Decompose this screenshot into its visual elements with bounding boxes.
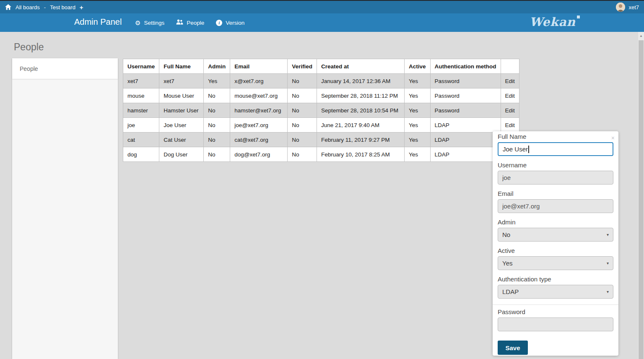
cell-text: No xyxy=(208,107,215,114)
table-cell: January 14, 2017 12:36 AM xyxy=(317,74,405,88)
form-divider xyxy=(493,304,618,305)
wekan-logo: Wekan xyxy=(530,15,580,29)
window-top-edge xyxy=(0,0,644,1)
table-cell: mouse xyxy=(123,88,159,103)
auth-type-field-label: Authentication type xyxy=(498,276,613,283)
cell-text: x@xet7.org xyxy=(234,78,263,84)
edit-link[interactable]: Edit xyxy=(505,107,515,114)
cell-text: cat xyxy=(127,137,135,143)
home-icon[interactable] xyxy=(5,4,11,10)
cell-text: February 10, 2017 8:25 AM xyxy=(321,151,390,158)
page-scrollbar[interactable]: ▲ xyxy=(638,32,644,359)
cell-text: Hamster User xyxy=(164,107,198,114)
table-cell: xet7 xyxy=(123,74,159,88)
scroll-up-icon[interactable]: ▲ xyxy=(638,32,644,38)
cell-text: No xyxy=(292,78,299,84)
nav-settings[interactable]: ⚙ Settings xyxy=(135,20,164,26)
table-row: catCat UserNocat@xet7.orgNoFebruary 11, … xyxy=(123,133,519,147)
table-row: joeJoe UserNojoe@xet7.orgNoJune 21, 2017… xyxy=(123,118,519,133)
save-button[interactable]: Save xyxy=(498,341,528,355)
cell-text: No xyxy=(292,137,299,143)
email-field[interactable] xyxy=(498,199,613,213)
table-cell: Yes xyxy=(204,74,230,88)
table-cell: cat@xet7.org xyxy=(230,133,288,147)
table-header-row: UsernameFull NameAdminEmailVerifiedCreat… xyxy=(123,59,519,74)
table-cell: Password xyxy=(430,88,501,103)
nav-version[interactable]: i Version xyxy=(216,20,244,26)
cell-text: hamster xyxy=(127,107,148,114)
table-cell: Password xyxy=(430,103,501,118)
table-cell: LDAP xyxy=(430,118,501,133)
table-cell: cat xyxy=(123,133,159,147)
edit-link[interactable]: Edit xyxy=(505,122,515,128)
page-title: People xyxy=(14,42,44,53)
table-cell: joe xyxy=(123,118,159,133)
scrollbar-thumb[interactable] xyxy=(639,40,644,359)
edit-link[interactable]: Edit xyxy=(505,93,515,99)
username-field-label: Username xyxy=(498,161,613,169)
user-menu[interactable]: xet7 xyxy=(616,3,639,12)
cell-text: Yes xyxy=(208,78,217,84)
edit-cell: Edit xyxy=(501,118,519,133)
cell-text: xet7 xyxy=(164,78,174,84)
add-board-icon[interactable]: + xyxy=(80,4,83,10)
cell-text: mouse xyxy=(127,93,145,99)
breadcrumb-current-board[interactable]: Test board xyxy=(50,4,75,10)
active-select[interactable]: Yes ▾ xyxy=(498,256,613,270)
cell-text: joe xyxy=(127,122,135,128)
table-row: dogDog UserNodog@xet7.orgNoFebruary 10, … xyxy=(123,147,519,162)
table-cell: Yes xyxy=(405,103,431,118)
table-cell: Password xyxy=(430,74,501,88)
adminbar: Admin Panel ⚙ Settings People i Version … xyxy=(0,13,644,32)
people-icon xyxy=(176,19,183,26)
breadcrumb-separator: - xyxy=(44,4,46,10)
table-cell: Mouse User xyxy=(159,88,204,103)
cell-text: No xyxy=(292,93,299,99)
table-cell: No xyxy=(288,133,317,147)
column-header: Admin xyxy=(204,59,230,74)
cell-text: Yes xyxy=(409,78,418,84)
cell-text: February 11, 2017 9:27 PM xyxy=(321,137,390,143)
avatar[interactable] xyxy=(616,3,625,12)
nav-settings-label: Settings xyxy=(144,20,164,26)
cell-text: June 21, 2017 9:40 AM xyxy=(321,122,379,128)
chevron-down-icon: ▾ xyxy=(607,261,609,265)
table-cell: dog@xet7.org xyxy=(230,147,288,162)
column-header: Full Name xyxy=(159,59,204,74)
username-field[interactable] xyxy=(498,171,613,185)
full-name-field[interactable]: Joe User xyxy=(498,142,613,156)
sidebar-item-people[interactable]: People xyxy=(12,58,118,79)
full-name-value: Joe User xyxy=(503,146,528,153)
text-cursor xyxy=(528,146,529,153)
cell-text: LDAP xyxy=(435,151,449,158)
table-cell: mouse@xet7.org xyxy=(230,88,288,103)
column-header: Created at xyxy=(317,59,405,74)
cell-text: No xyxy=(292,151,299,158)
admin-field-label: Admin xyxy=(498,219,613,226)
column-header xyxy=(501,59,519,74)
table-cell: Yes xyxy=(405,147,431,162)
close-icon[interactable]: × xyxy=(611,135,615,141)
table-cell: No xyxy=(288,88,317,103)
edit-link[interactable]: Edit xyxy=(505,78,515,84)
table-cell: February 10, 2017 8:25 AM xyxy=(317,147,405,162)
table-cell: No xyxy=(288,118,317,133)
table-cell: Yes xyxy=(405,74,431,88)
topbar: All boards - Test board + xet7 xyxy=(0,1,644,13)
table-cell: No xyxy=(204,88,230,103)
table-cell: Dog User xyxy=(159,147,204,162)
auth-type-select[interactable]: LDAP ▾ xyxy=(498,285,613,299)
cell-text: Dog User xyxy=(164,151,187,158)
table-cell: February 11, 2017 9:27 PM xyxy=(317,133,405,147)
cell-text: LDAP xyxy=(435,122,449,128)
password-field[interactable] xyxy=(498,317,613,331)
cell-text: Mouse User xyxy=(164,93,194,99)
breadcrumb-all-boards[interactable]: All boards xyxy=(16,4,40,10)
column-header: Email xyxy=(230,59,288,74)
chevron-down-icon: ▾ xyxy=(607,289,609,294)
username-label: xet7 xyxy=(628,4,639,10)
table-row: xet7xet7Yesx@xet7.orgNoJanuary 14, 2017 … xyxy=(123,74,519,88)
nav-people[interactable]: People xyxy=(176,19,204,26)
table-cell: No xyxy=(204,118,230,133)
admin-select[interactable]: No ▾ xyxy=(498,228,613,242)
